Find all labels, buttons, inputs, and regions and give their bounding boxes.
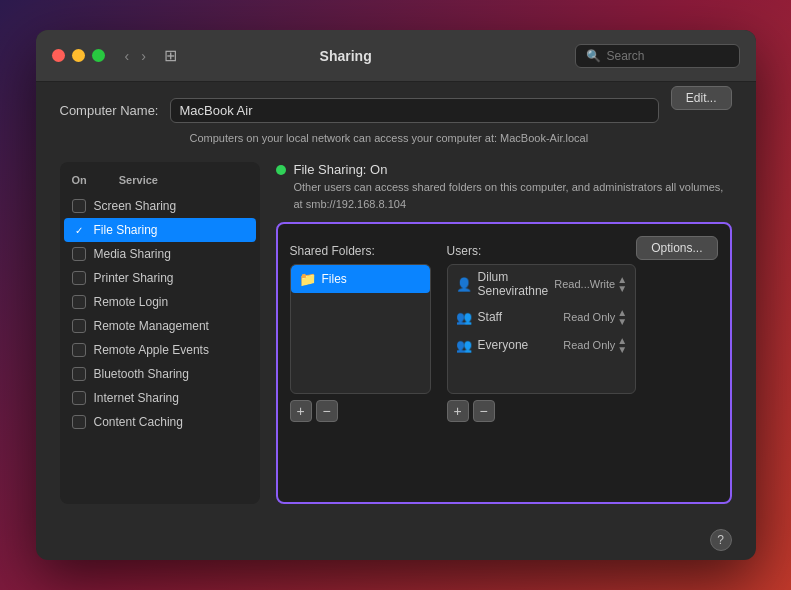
sharing-panel: Options... Shared Folders: 📁 Files bbox=[276, 222, 732, 504]
sidebar-item-content-caching[interactable]: Content Caching bbox=[60, 410, 260, 434]
folder-item-files[interactable]: 📁 Files bbox=[291, 265, 430, 293]
checkbox-media-sharing[interactable] bbox=[72, 247, 86, 261]
perm-arrows-staff: ▲▼ bbox=[617, 308, 627, 326]
main-window: ‹ › ⊞ Sharing 🔍 Computer Name: Edit... C… bbox=[36, 30, 756, 560]
sidebar-item-remote-login[interactable]: Remote Login bbox=[60, 290, 260, 314]
options-button[interactable]: Options... bbox=[636, 236, 717, 260]
sidebar-item-printer-sharing[interactable]: Printer Sharing bbox=[60, 266, 260, 290]
sidebar-label-media-sharing: Media Sharing bbox=[94, 247, 171, 261]
shared-folders-header: Shared Folders: bbox=[290, 244, 431, 258]
sidebar-label-content-caching: Content Caching bbox=[94, 415, 183, 429]
user-icon-staff: 👥 bbox=[456, 310, 472, 325]
main-area: On Service Screen Sharing ✓ File Sharing… bbox=[60, 162, 732, 504]
sidebar-col-service: Service bbox=[119, 174, 158, 186]
computer-name-subtext: Computers on your local network can acce… bbox=[190, 131, 732, 146]
sidebar-col-on: On bbox=[72, 174, 87, 186]
checkbox-printer-sharing[interactable] bbox=[72, 271, 86, 285]
user-perm-dilum: Read...Write ▲▼ bbox=[554, 275, 627, 293]
sidebar-label-internet-sharing: Internet Sharing bbox=[94, 391, 179, 405]
sidebar-item-bluetooth-sharing[interactable]: Bluetooth Sharing bbox=[60, 362, 260, 386]
user-item-staff[interactable]: 👥 Staff Read Only ▲▼ bbox=[448, 303, 636, 331]
sidebar-label-bluetooth-sharing: Bluetooth Sharing bbox=[94, 367, 189, 381]
search-icon: 🔍 bbox=[586, 49, 601, 63]
user-perm-everyone: Read Only ▲▼ bbox=[563, 336, 627, 354]
sidebar-label-remote-management: Remote Management bbox=[94, 319, 209, 333]
titlebar: ‹ › ⊞ Sharing 🔍 bbox=[36, 30, 756, 82]
status-title: File Sharing: On bbox=[294, 162, 732, 177]
sidebar-item-internet-sharing[interactable]: Internet Sharing bbox=[60, 386, 260, 410]
right-panel: File Sharing: On Other users can access … bbox=[276, 162, 732, 504]
bottom-bar: ? bbox=[36, 520, 756, 560]
perm-arrows-dilum: ▲▼ bbox=[617, 275, 627, 293]
users-controls: + − bbox=[447, 400, 637, 422]
status-text: File Sharing: On Other users can access … bbox=[294, 162, 732, 212]
close-button[interactable] bbox=[52, 49, 65, 62]
checkbox-internet-sharing[interactable] bbox=[72, 391, 86, 405]
add-user-button[interactable]: + bbox=[447, 400, 469, 422]
computer-name-label: Computer Name: bbox=[60, 103, 159, 118]
panel-columns: Shared Folders: 📁 Files + − bbox=[290, 244, 637, 422]
user-name-dilum: Dilum Senevirathne bbox=[478, 270, 549, 298]
status-description: Other users can access shared folders on… bbox=[294, 179, 732, 212]
folders-column: Shared Folders: 📁 Files + − bbox=[290, 244, 431, 422]
status-indicator bbox=[276, 165, 286, 175]
sidebar-item-media-sharing[interactable]: Media Sharing bbox=[60, 242, 260, 266]
folder-label-files: Files bbox=[322, 272, 347, 286]
user-icon-everyone: 👥 bbox=[456, 338, 472, 353]
traffic-lights bbox=[52, 49, 105, 62]
folder-icon: 📁 bbox=[299, 271, 316, 287]
sidebar-item-screen-sharing[interactable]: Screen Sharing bbox=[60, 194, 260, 218]
status-row: File Sharing: On Other users can access … bbox=[276, 162, 732, 212]
user-item-dilum[interactable]: 👤 Dilum Senevirathne Read...Write ▲▼ bbox=[448, 265, 636, 303]
minimize-button[interactable] bbox=[72, 49, 85, 62]
perm-arrows-everyone: ▲▼ bbox=[617, 336, 627, 354]
sidebar-item-remote-apple-events[interactable]: Remote Apple Events bbox=[60, 338, 260, 362]
computer-name-input[interactable] bbox=[170, 98, 658, 123]
search-input[interactable] bbox=[607, 49, 729, 63]
sidebar-label-screen-sharing: Screen Sharing bbox=[94, 199, 177, 213]
user-name-everyone: Everyone bbox=[478, 338, 558, 352]
search-box[interactable]: 🔍 bbox=[575, 44, 740, 68]
help-button[interactable]: ? bbox=[710, 529, 732, 551]
checkbox-remote-login[interactable] bbox=[72, 295, 86, 309]
checkbox-file-sharing[interactable]: ✓ bbox=[72, 223, 86, 237]
edit-button[interactable]: Edit... bbox=[671, 86, 732, 110]
add-folder-button[interactable]: + bbox=[290, 400, 312, 422]
fullscreen-button[interactable] bbox=[92, 49, 105, 62]
folders-controls: + − bbox=[290, 400, 431, 422]
sidebar-label-file-sharing: File Sharing bbox=[94, 223, 158, 237]
user-name-staff: Staff bbox=[478, 310, 558, 324]
folders-list: 📁 Files bbox=[290, 264, 431, 394]
sidebar-label-remote-apple-events: Remote Apple Events bbox=[94, 343, 209, 357]
sidebar: On Service Screen Sharing ✓ File Sharing… bbox=[60, 162, 260, 504]
window-title: Sharing bbox=[129, 48, 563, 64]
sidebar-label-remote-login: Remote Login bbox=[94, 295, 169, 309]
checkbox-screen-sharing[interactable] bbox=[72, 199, 86, 213]
remove-folder-button[interactable]: − bbox=[316, 400, 338, 422]
user-perm-staff: Read Only ▲▼ bbox=[563, 308, 627, 326]
checkbox-remote-management[interactable] bbox=[72, 319, 86, 333]
sidebar-item-remote-management[interactable]: Remote Management bbox=[60, 314, 260, 338]
checkbox-bluetooth-sharing[interactable] bbox=[72, 367, 86, 381]
users-header: Users: bbox=[447, 244, 637, 258]
user-icon-dilum: 👤 bbox=[456, 277, 472, 292]
users-column: Users: 👤 Dilum Senevirathne Read...Write… bbox=[447, 244, 637, 422]
content-area: Computer Name: Edit... Computers on your… bbox=[36, 82, 756, 520]
sidebar-header: On Service bbox=[60, 170, 260, 194]
users-list: 👤 Dilum Senevirathne Read...Write ▲▼ 👥 bbox=[447, 264, 637, 394]
computer-name-row: Computer Name: Edit... bbox=[60, 98, 732, 123]
user-item-everyone[interactable]: 👥 Everyone Read Only ▲▼ bbox=[448, 331, 636, 359]
remove-user-button[interactable]: − bbox=[473, 400, 495, 422]
checkbox-remote-apple-events[interactable] bbox=[72, 343, 86, 357]
sidebar-item-file-sharing[interactable]: ✓ File Sharing bbox=[64, 218, 256, 242]
checkbox-content-caching[interactable] bbox=[72, 415, 86, 429]
sidebar-label-printer-sharing: Printer Sharing bbox=[94, 271, 174, 285]
